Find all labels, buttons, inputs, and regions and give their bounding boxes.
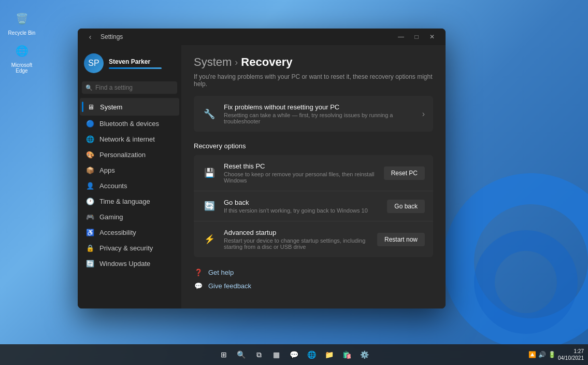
breadcrumb-current: Recovery <box>241 55 292 69</box>
sidebar-label-accounts: Accounts <box>99 182 127 190</box>
sidebar-item-time[interactable]: 🕐 Time & language <box>80 193 179 209</box>
search-icon: 🔍 <box>85 85 93 91</box>
privacy-icon: 🔒 <box>86 244 94 252</box>
desktop-icon-recycle-bin[interactable]: 🗑️ Recycle Bin <box>6 9 37 36</box>
sidebar-label-system: System <box>100 103 122 111</box>
window-body: SP Steven Parker 🔍 🖥 System <box>78 45 446 308</box>
system-icon: 🖥 <box>87 103 95 111</box>
tray-battery-icon: 🔋 <box>548 351 556 358</box>
page-description: If you're having problems with your PC o… <box>194 73 433 88</box>
recovery-option-go-back: 🔄 Go back If this version isn't working,… <box>194 191 433 221</box>
give-feedback-icon: 💬 <box>194 281 203 290</box>
taskbar-icons: ⊞ 🔍 ⧉ ▦ 💬 🌐 📁 🛍️ ⚙️ <box>217 347 372 362</box>
bluetooth-icon: 🔵 <box>86 119 94 128</box>
sidebar-label-accessibility: Accessibility <box>99 229 136 236</box>
give-feedback-link[interactable]: 💬 Give feedback <box>194 281 433 290</box>
sidebar: SP Steven Parker 🔍 🖥 System <box>78 45 181 308</box>
go-back-icon: 🔄 <box>202 199 217 214</box>
taskbar-widgets-button[interactable]: ▦ <box>269 347 284 362</box>
desktop: 🗑️ Recycle Bin 🌐 Microsoft Edge ‹ Settin… <box>0 0 588 365</box>
minimize-button[interactable]: — <box>394 30 408 44</box>
recovery-option-reset-pc: 💾 Reset this PC Choose to keep or remove… <box>194 155 433 191</box>
settings-window: ‹ Settings — □ ✕ SP Steven Parker <box>78 29 446 308</box>
reset-pc-icon: 💾 <box>202 166 217 180</box>
active-indicator <box>82 102 83 112</box>
sidebar-label-network: Network & internet <box>99 135 155 143</box>
advanced-startup-text: Advanced startup Restart your device to … <box>224 229 370 250</box>
sidebar-item-apps[interactable]: 📦 Apps <box>80 162 179 178</box>
sidebar-item-system[interactable]: 🖥 System <box>80 98 179 116</box>
taskbar-time-display: 1:27 <box>558 348 584 355</box>
reset-pc-title: Reset this PC <box>224 162 377 170</box>
user-bar <box>109 67 162 69</box>
recovery-options-list: 💾 Reset this PC Choose to keep or remove… <box>194 155 433 257</box>
fix-problems-card[interactable]: 🔧 Fix problems without resetting your PC… <box>194 96 433 132</box>
taskbar-chat-button[interactable]: 💬 <box>287 347 302 362</box>
taskbar-explorer-button[interactable]: 📁 <box>322 347 337 362</box>
tray-network-icon: 🔼 <box>528 351 536 358</box>
time-icon: 🕐 <box>86 197 94 205</box>
recovery-section-title: Recovery options <box>194 142 433 150</box>
search-input[interactable] <box>82 81 177 94</box>
taskbar-start-button[interactable]: ⊞ <box>217 347 231 362</box>
taskbar-date-display: 04/10/2021 <box>558 355 584 361</box>
taskbar-store-button[interactable]: 🛍️ <box>340 347 354 362</box>
give-feedback-label: Give feedback <box>208 282 251 290</box>
back-button[interactable]: ‹ <box>84 31 96 43</box>
sidebar-item-windows-update[interactable]: 🔄 Windows Update <box>80 256 179 271</box>
fix-card-arrow: › <box>422 109 425 119</box>
update-icon: 🔄 <box>86 259 94 268</box>
sidebar-item-accessibility[interactable]: ♿ Accessibility <box>80 224 179 240</box>
recovery-option-advanced-startup: ⚡ Advanced startup Restart your device t… <box>194 221 433 257</box>
sidebar-item-privacy[interactable]: 🔒 Privacy & security <box>80 240 179 256</box>
taskbar-search-button[interactable]: 🔍 <box>234 347 249 362</box>
recycle-bin-label: Recycle Bin <box>8 30 36 36</box>
sidebar-item-bluetooth[interactable]: 🔵 Bluetooth & devices <box>80 116 179 131</box>
fix-card-desc: Resetting can take a while — first, try … <box>224 112 415 124</box>
sidebar-item-network[interactable]: 🌐 Network & internet <box>80 131 179 147</box>
personalization-icon: 🎨 <box>86 150 94 159</box>
go-back-text: Go back If this version isn't working, t… <box>224 199 380 214</box>
tray-volume-icon: 🔊 <box>538 351 546 358</box>
sidebar-label-privacy: Privacy & security <box>99 244 153 252</box>
fix-card-title: Fix problems without resetting your PC <box>224 103 415 111</box>
user-name: Steven Parker <box>109 58 175 65</box>
advanced-startup-desc: Restart your device to change startup se… <box>224 237 370 250</box>
go-back-button[interactable]: Go back <box>387 200 425 213</box>
sidebar-item-gaming[interactable]: 🎮 Gaming <box>80 209 179 224</box>
get-help-label: Get help <box>208 269 234 276</box>
sidebar-label-windows-update: Windows Update <box>99 260 150 268</box>
reset-pc-desc: Choose to keep or remove your personal f… <box>224 171 377 184</box>
edge-label: Microsoft Edge <box>6 62 37 74</box>
gaming-icon: 🎮 <box>86 213 94 221</box>
avatar: SP <box>84 53 104 73</box>
get-help-icon: ❓ <box>194 268 203 277</box>
taskbar-taskview-button[interactable]: ⧉ <box>252 347 266 362</box>
taskbar-right: 🔼 🔊 🔋 1:27 04/10/2021 <box>528 348 584 361</box>
user-section[interactable]: SP Steven Parker <box>78 49 181 77</box>
taskbar-edge-button[interactable]: 🌐 <box>305 347 319 362</box>
user-info: Steven Parker <box>109 58 175 69</box>
edge-icon: 🌐 <box>12 41 31 60</box>
sidebar-label-apps: Apps <box>99 166 115 174</box>
sidebar-item-accounts[interactable]: 👤 Accounts <box>80 178 179 193</box>
sidebar-label-bluetooth: Bluetooth & devices <box>99 120 159 128</box>
close-button[interactable]: ✕ <box>425 30 439 44</box>
fix-problems-icon: 🔧 <box>202 107 217 121</box>
maximize-button[interactable]: □ <box>409 30 424 44</box>
get-help-link[interactable]: ❓ Get help <box>194 268 433 277</box>
sidebar-label-gaming: Gaming <box>99 213 123 221</box>
reset-pc-button[interactable]: Reset PC <box>384 166 425 180</box>
taskbar-settings-button[interactable]: ⚙️ <box>357 347 372 362</box>
advanced-startup-icon: ⚡ <box>202 232 217 247</box>
avatar-initials: SP <box>88 59 99 68</box>
sidebar-item-personalization[interactable]: 🎨 Personalization <box>80 147 179 162</box>
breadcrumb: System › Recovery <box>194 55 433 69</box>
network-icon: 🌐 <box>86 135 94 143</box>
restart-now-button[interactable]: Restart now <box>377 233 425 246</box>
fix-card-text: Fix problems without resetting your PC R… <box>224 103 415 124</box>
desktop-icon-edge[interactable]: 🌐 Microsoft Edge <box>6 41 37 74</box>
taskbar-clock[interactable]: 1:27 04/10/2021 <box>558 348 584 361</box>
breadcrumb-parent: System <box>194 55 232 69</box>
help-links: ❓ Get help 💬 Give feedback <box>194 268 433 290</box>
